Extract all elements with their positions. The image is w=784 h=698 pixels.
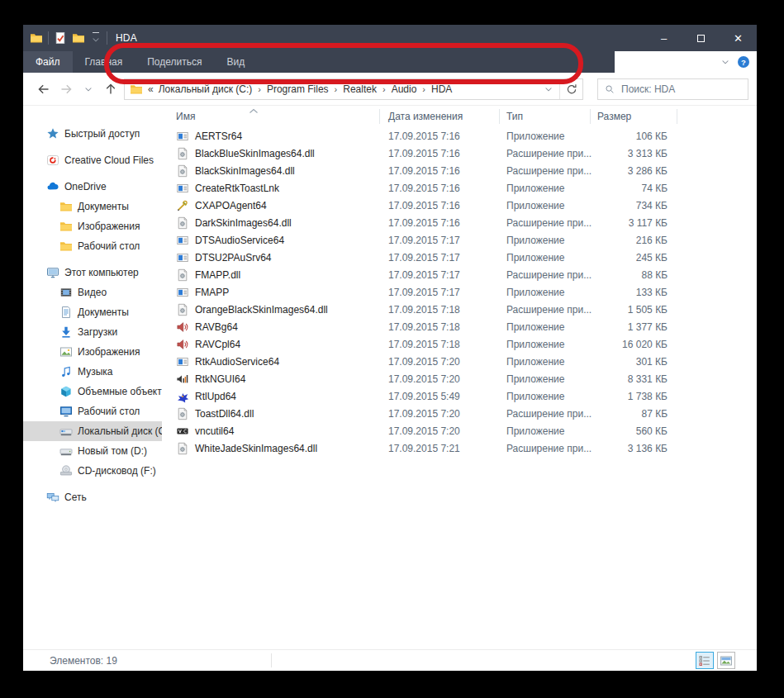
file-name: RtlUpd64 (195, 391, 236, 402)
table-row[interactable]: DTSAudioService6417.09.2015 7:17Приложен… (162, 231, 757, 249)
table-row[interactable]: WhiteJadeSkinImages64.dll17.09.2015 7:21… (162, 439, 757, 457)
window-controls: – ✕ (645, 25, 757, 51)
properties-button[interactable] (54, 31, 67, 45)
breadcrumb-segment[interactable]: HDA (428, 83, 455, 95)
menu-tab[interactable]: Файл (23, 51, 73, 73)
sidebar-item[interactable]: CD-дисковод (F:) (23, 461, 162, 481)
disk-icon (59, 425, 73, 438)
up-button[interactable] (102, 80, 120, 98)
address-dropdown-button[interactable] (538, 79, 559, 99)
table-row[interactable]: BlackBlueSkinImages64.dll17.09.2015 7:16… (162, 145, 757, 162)
column-header-date[interactable]: Дата изменения (380, 109, 500, 124)
app-icon (176, 251, 189, 264)
column-header-type[interactable]: Тип (500, 109, 591, 124)
breadcrumb-separator: › (380, 84, 388, 94)
file-date: 17.09.2015 7:21 (380, 443, 500, 454)
expand-ribbon-button[interactable] (720, 57, 730, 67)
column-header-name[interactable]: Имя (162, 109, 380, 124)
dll-icon (176, 164, 189, 178)
sidebar-item[interactable]: OneDrive (23, 177, 162, 197)
file-date: 17.09.2015 7:20 (380, 356, 500, 368)
menu-tab[interactable]: Поделиться (135, 51, 214, 73)
sidebar-item[interactable]: Загрузки (23, 322, 162, 342)
breadcrumb-segment[interactable]: Локальный диск (C:) (155, 83, 256, 95)
sidebar-item[interactable]: Новый том (D:) (23, 441, 162, 461)
sidebar-item[interactable]: Сеть (23, 487, 162, 507)
table-row[interactable]: RtkNGUI6417.09.2015 7:20Приложение8 331 … (162, 370, 757, 387)
file-size: 301 КБ (591, 356, 677, 368)
thumbnails-view-icon (720, 654, 733, 667)
minimize-button[interactable]: – (645, 25, 682, 51)
breadcrumb-segment[interactable]: Realtek (340, 83, 380, 95)
search-icon (605, 84, 615, 94)
file-size: 88 КБ (591, 269, 677, 281)
sidebar-item-label: Документы (78, 306, 129, 318)
sidebar-item[interactable]: Изображения (23, 216, 162, 236)
sidebar-item[interactable]: Объемные объект (23, 382, 162, 401)
table-row[interactable]: ToastDll64.dll17.09.2015 7:20Расширение … (162, 405, 757, 422)
table-row[interactable]: AERTSr6417.09.2015 7:16Приложение106 КБ (162, 127, 757, 145)
new-folder-button[interactable] (72, 31, 85, 45)
file-date: 17.09.2015 7:18 (380, 321, 500, 333)
quick-access-toolbar (54, 31, 102, 45)
table-row[interactable]: CreateRtkToastLnk17.09.2015 7:16Приложен… (162, 179, 757, 197)
sidebar-item[interactable]: Локальный диск (C (23, 421, 162, 441)
file-type: Приложение (500, 235, 591, 246)
back-button[interactable] (35, 80, 53, 98)
maximize-button[interactable] (682, 25, 720, 51)
file-name: ToastDll64.dll (195, 408, 254, 420)
column-header-size[interactable]: Размер (591, 109, 677, 124)
sidebar-item[interactable]: Музыка (23, 362, 162, 382)
menu-tab[interactable]: Вид (214, 51, 257, 73)
sidebar-item[interactable]: Изображения (23, 342, 162, 362)
menu-tab[interactable]: Главная (73, 51, 135, 73)
divider (271, 653, 272, 667)
sidebar-item[interactable]: Рабочий стол (23, 401, 162, 421)
sidebar-item[interactable]: Рабочий стол (23, 236, 162, 256)
refresh-button[interactable] (559, 79, 582, 99)
sidebar-item[interactable]: Документы (23, 197, 162, 216)
help-button[interactable]: ? (737, 55, 750, 69)
table-row[interactable]: BlackSkinImages64.dll17.09.2015 7:16Расш… (162, 162, 757, 179)
close-button[interactable]: ✕ (720, 25, 757, 51)
file-date: 17.09.2015 5:49 (380, 391, 500, 402)
recent-locations-button[interactable] (79, 80, 97, 98)
dll-icon (176, 442, 189, 455)
table-row[interactable]: FMAPP.dll17.09.2015 7:17Расширение при..… (162, 266, 757, 283)
search-input[interactable]: Поиск: HDA (597, 78, 748, 100)
sidebar-item[interactable]: Быстрый доступ (23, 124, 162, 144)
file-size: 106 КБ (591, 131, 677, 142)
items-count: Элементов: 19 (50, 655, 117, 667)
customize-qat-button[interactable] (90, 32, 102, 45)
file-date: 17.09.2015 7:20 (380, 425, 500, 437)
breadcrumb-overflow[interactable]: « (143, 83, 155, 95)
table-row[interactable]: RtlUpd6417.09.2015 5:49Приложение1 738 К… (162, 387, 757, 405)
bars-icon (176, 373, 189, 386)
table-row[interactable]: RAVCpl6417.09.2015 7:18Приложение16 020 … (162, 335, 757, 353)
table-row[interactable]: DarkSkinImages64.dll17.09.2015 7:16Расши… (162, 214, 757, 231)
table-row[interactable]: OrangeBlackSkinImages64.dll17.09.2015 7:… (162, 301, 757, 318)
file-type: Расширение при... (500, 165, 591, 177)
table-row[interactable]: FMAPP17.09.2015 7:17Приложение133 КБ (162, 283, 757, 301)
details-view-button[interactable] (696, 652, 714, 669)
forward-button[interactable] (57, 80, 75, 98)
ribbon-tab-row: ФайлГлавнаяПоделитьсяВид ? (23, 51, 757, 73)
sidebar-item[interactable]: Документы (23, 302, 162, 322)
table-row[interactable]: CXAPOAgent6417.09.2015 7:16Приложение734… (162, 197, 757, 214)
sidebar-item-label: Музыка (78, 366, 112, 377)
breadcrumb-segment[interactable]: Audio (388, 83, 421, 95)
address-bar[interactable]: « Локальный диск (C:)›Program Files›Real… (124, 78, 583, 100)
sidebar-item[interactable]: Видео (23, 283, 162, 302)
breadcrumb-segment[interactable]: Program Files (264, 83, 332, 95)
table-row[interactable]: DTSU2PAuSrv6417.09.2015 7:17Приложение24… (162, 249, 757, 266)
file-date: 17.09.2015 7:17 (380, 269, 500, 281)
sidebar-item[interactable]: Creative Cloud Files (23, 150, 162, 170)
sidebar-item[interactable]: Этот компьютер (23, 263, 162, 283)
file-type: Приложение (500, 183, 591, 194)
table-row[interactable]: RAVBg6417.09.2015 7:18Приложение1 377 КБ (162, 318, 757, 335)
thumbnails-view-button[interactable] (717, 652, 735, 669)
folder-icon (59, 200, 73, 213)
table-row[interactable]: vncutil6417.09.2015 7:20Приложение560 КБ (162, 422, 757, 439)
back-icon (37, 83, 50, 96)
table-row[interactable]: RtkAudioService6417.09.2015 7:20Приложен… (162, 353, 757, 370)
